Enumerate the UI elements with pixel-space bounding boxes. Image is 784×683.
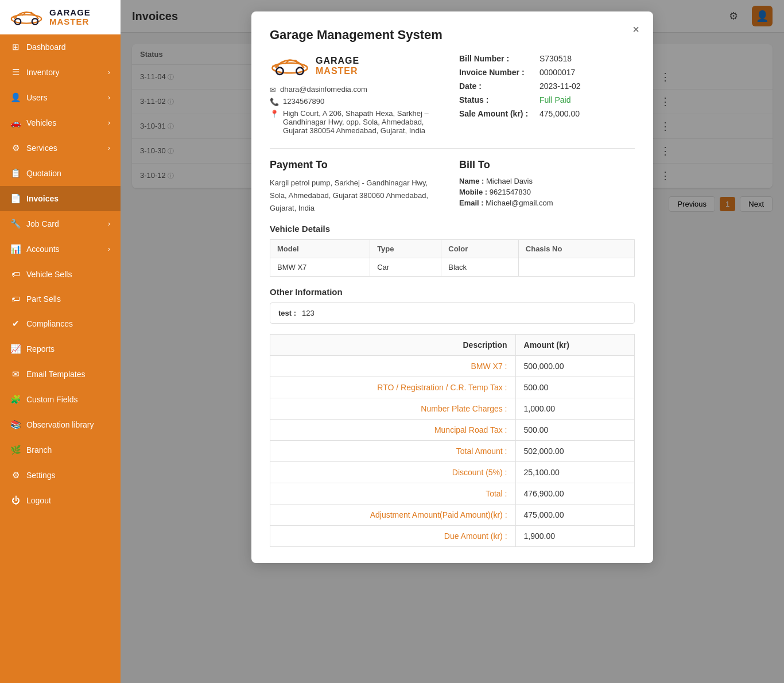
sidebar-item-settings[interactable]: ⚙ Settings <box>0 463 121 488</box>
amount-table: Description Amount (kr) BMW X7 : 500,000… <box>270 334 635 547</box>
bill-to-name-label: Name : <box>459 177 484 185</box>
payment-to-title: Payment To <box>270 159 445 171</box>
nav-icon-inventory: ☰ <box>10 67 21 77</box>
nav-label-inventory: Inventory <box>26 68 60 77</box>
sidebar-item-users[interactable]: 👤 Users › <box>0 85 121 110</box>
amount-desc: Discount (5%) : <box>270 462 516 483</box>
nav-label-accounts: Accounts <box>26 245 60 254</box>
date-label: Date : <box>459 82 540 91</box>
nav-label-dashboard: Dashboard <box>26 42 66 52</box>
vehicle-model: BMW X7 <box>270 258 370 277</box>
sidebar-item-accounts[interactable]: 📊 Accounts › <box>0 236 121 262</box>
nav-label-users: Users <box>26 93 48 102</box>
sidebar-item-emailtemplates[interactable]: ✉ Email Templates <box>0 362 121 387</box>
nav-label-invoices: Invoices <box>26 194 59 203</box>
amount-row: Total : 476,900.00 <box>270 483 635 505</box>
vehicle-col-model: Model <box>270 240 370 258</box>
bill-to-email-row: Email : Michael@gmail.com <box>459 199 635 207</box>
nav-label-jobcard: Job Card <box>26 219 59 228</box>
logo-area: GARAGE MASTER <box>0 0 121 34</box>
nav-label-reports: Reports <box>26 344 55 354</box>
location-icon: 📍 <box>270 110 279 118</box>
nav-arrow-users: › <box>108 94 110 102</box>
nav-label-logout: Logout <box>26 496 51 505</box>
modal-title: Garage Management System <box>270 28 635 42</box>
invoice-logo: GARAGE MASTER <box>270 54 445 78</box>
amount-value: 500,000.00 <box>515 356 634 377</box>
vehicle-color: Black <box>441 258 519 277</box>
nav-label-partsells: Part Sells <box>26 294 61 304</box>
nav-icon-users: 👤 <box>10 92 21 103</box>
amount-desc: Total Amount : <box>270 441 516 462</box>
amount-amount-header: Amount (kr) <box>515 335 634 356</box>
sidebar-item-jobcard[interactable]: 🔧 Job Card › <box>0 211 121 236</box>
vehicle-chasis <box>518 258 634 277</box>
invoice-number-row: Invoice Number : 00000017 <box>459 68 635 77</box>
sidebar-item-reports[interactable]: 📈 Reports <box>0 336 121 362</box>
logo-car-icon <box>9 7 44 28</box>
nav-icon-partsells: 🏷 <box>10 294 21 304</box>
amount-row: RTO / Registration / C.R. Temp Tax : 500… <box>270 377 635 398</box>
email-icon: ✉ <box>270 86 276 94</box>
company-email: dhara@dasinfomedia.com <box>280 85 367 94</box>
sidebar-item-customfields[interactable]: 🧩 Custom Fields <box>0 387 121 412</box>
sidebar-item-services[interactable]: ⚙ Services › <box>0 135 121 161</box>
vehicle-col-color: Color <box>441 240 519 258</box>
logo-text: GARAGE MASTER <box>49 8 91 27</box>
sidebar-item-vehiclesells[interactable]: 🏷 Vehicle Sells <box>0 262 121 286</box>
nav-icon-settings: ⚙ <box>10 470 21 480</box>
nav-label-vehiclesells: Vehicle Sells <box>26 270 72 279</box>
nav-label-vehicles: Vehicles <box>26 118 56 127</box>
sidebar-item-branch[interactable]: 🌿 Branch <box>0 437 121 463</box>
sidebar-item-inventory[interactable]: ☰ Inventory › <box>0 60 121 85</box>
nav-arrow-vehicles: › <box>108 119 110 127</box>
nav-arrow-accounts: › <box>108 245 110 253</box>
vehicle-section-title: Vehicle Details <box>270 224 635 234</box>
sidebar-item-logout[interactable]: ⏻ Logout <box>0 488 121 513</box>
bill-to-name-row: Name : Michael Davis <box>459 177 635 185</box>
sale-amount-row: Sale Amount (kr) : 475,000.00 <box>459 109 635 118</box>
amount-header-row: Description Amount (kr) <box>270 335 635 356</box>
divider-1 <box>270 148 635 149</box>
company-phone: 1234567890 <box>283 97 324 106</box>
payment-bill-section: Payment To Kargil petrol pump, Sarkhej -… <box>270 159 635 215</box>
invoice-logo-icon <box>270 54 310 78</box>
date-value: 2023-11-02 <box>540 82 581 91</box>
inv-logo-garage: GARAGE <box>316 56 359 66</box>
bill-number-value: S730518 <box>540 54 572 63</box>
company-email-line: ✉ dhara@dasinfomedia.com <box>270 85 445 94</box>
sidebar-item-partsells[interactable]: 🏷 Part Sells <box>0 286 121 311</box>
amount-row: Number Plate Charges : 1,000.00 <box>270 398 635 420</box>
company-address: High Court, A 206, Shapath Hexa, Sarkhej… <box>283 109 445 135</box>
sidebar-item-vehicles[interactable]: 🚗 Vehicles › <box>0 110 121 135</box>
nav-icon-accounts: 📊 <box>10 244 21 254</box>
nav-icon-quotation: 📋 <box>10 168 21 178</box>
amount-row: Discount (5%) : 25,100.00 <box>270 462 635 483</box>
invoice-header: GARAGE MASTER ✉ dhara@dasinfomedia.com 📞… <box>270 54 635 138</box>
bill-to-mobile-label: Mobile : <box>459 188 487 196</box>
modal-close-btn[interactable]: × <box>632 23 639 36</box>
sidebar-item-observationlibrary[interactable]: 📚 Observation library <box>0 412 121 437</box>
nav-label-customfields: Custom Fields <box>26 395 77 404</box>
nav-icon-invoices: 📄 <box>10 193 21 204</box>
bill-to-mobile-value: 9621547830 <box>490 188 531 196</box>
bill-to-col: Bill To Name : Michael Davis Mobile : 96… <box>459 159 635 215</box>
vehicle-col-type: Type <box>370 240 441 258</box>
sidebar-item-compliances[interactable]: ✔ Compliances <box>0 311 121 336</box>
main-content: Invoices ⚙ 👤 Status Action 3-11-04 ⓘ Hal… <box>121 0 784 683</box>
sidebar-item-dashboard[interactable]: ⊞ Dashboard <box>0 34 121 60</box>
sidebar-item-invoices[interactable]: 📄 Invoices <box>0 186 121 211</box>
other-info-box: test : 123 <box>270 302 635 324</box>
sale-amount-value: 475,000.00 <box>540 109 580 118</box>
other-info-value: 123 <box>302 309 315 317</box>
amount-value: 500.00 <box>515 377 634 398</box>
bill-number-row: Bill Number : S730518 <box>459 54 635 63</box>
vehicle-table: ModelTypeColorChasis No BMW X7 Car Black <box>270 239 635 277</box>
amount-desc: Number Plate Charges : <box>270 398 516 420</box>
sidebar-item-quotation[interactable]: 📋 Quotation <box>0 161 121 186</box>
amount-value: 476,900.00 <box>515 483 634 505</box>
invoice-modal: Garage Management System × <box>251 11 653 563</box>
amount-desc: Total : <box>270 483 516 505</box>
nav-icon-branch: 🌿 <box>10 445 21 455</box>
nav-icon-services: ⚙ <box>10 143 21 153</box>
